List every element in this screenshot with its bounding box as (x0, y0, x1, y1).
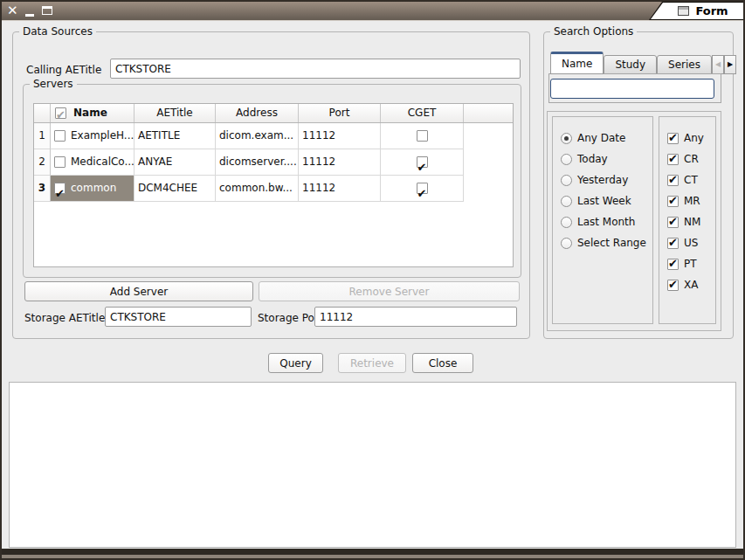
server-cget-checkbox[interactable] (417, 156, 428, 168)
add-server-button[interactable]: Add Server (24, 281, 253, 301)
server-name-cell[interactable]: MedicalCo... (51, 149, 135, 176)
column-header-name[interactable]: Name (51, 104, 135, 122)
modality-option[interactable]: CT (667, 169, 704, 190)
modality-option[interactable]: MR (667, 190, 704, 211)
tab-scroll-left-button[interactable]: ◀ (712, 55, 724, 74)
modality-option[interactable]: Any (667, 128, 704, 149)
storage-port-label: Storage Port (258, 312, 323, 324)
close-button[interactable]: Close (412, 353, 473, 373)
select-all-checkbox[interactable] (55, 107, 66, 119)
tab[interactable]: Series (657, 55, 712, 74)
server-aetitle-cell[interactable]: ANYAE (135, 149, 216, 176)
tab-scroll-right-button[interactable]: ▶ (724, 55, 736, 74)
server-address-cell[interactable]: dicomserver.... (216, 149, 299, 176)
modality-label: CT (684, 174, 698, 186)
server-cget-checkbox[interactable] (417, 183, 428, 194)
server-enabled-checkbox[interactable] (54, 183, 66, 194)
modality-label: PT (684, 258, 697, 270)
server-cget-checkbox[interactable] (417, 130, 428, 142)
column-header-address[interactable]: Address (216, 104, 299, 122)
minimize-icon[interactable] (25, 14, 34, 17)
server-name: ExampleH... (71, 123, 134, 149)
query-results-area[interactable] (9, 382, 736, 548)
date-filter-option[interactable]: Any Date (561, 128, 646, 149)
storage-aetitle-label: Storage AETitle (24, 312, 105, 324)
server-name-cell[interactable]: common (51, 176, 135, 202)
modality-label: NM (684, 216, 700, 228)
modality-label: CR (684, 153, 699, 165)
modality-option[interactable]: US (667, 232, 704, 253)
row-header-corner[interactable] (34, 104, 51, 122)
patient-name-search-input[interactable] (550, 79, 714, 99)
server-cget-cell[interactable] (381, 176, 464, 202)
window-icon (678, 6, 689, 16)
tab[interactable]: Study (604, 55, 657, 74)
row-number[interactable]: 2 (34, 149, 51, 176)
server-port-cell[interactable]: 11112 (299, 176, 381, 202)
radio-icon[interactable] (561, 154, 572, 165)
modality-checkbox[interactable] (667, 238, 679, 249)
server-cget-cell[interactable] (381, 123, 464, 149)
radio-icon[interactable] (561, 196, 572, 207)
calling-aetitle-input[interactable] (110, 59, 521, 79)
radio-icon[interactable] (561, 238, 572, 249)
tab[interactable]: Name (550, 52, 604, 74)
server-row[interactable]: 3 common DCM4CHEE common.bw... 11112 (34, 176, 513, 202)
server-name: common (71, 176, 116, 201)
application-window: ✕ Form Data Sources Calling AETitle Serv… (0, 0, 745, 560)
modality-label: US (684, 237, 698, 249)
modality-checkbox[interactable] (667, 259, 679, 270)
server-row[interactable]: 1 ExampleH... AETITLE dicom.exam... 1111… (34, 123, 513, 149)
server-aetitle-cell[interactable]: AETITLE (135, 123, 216, 149)
radio-icon[interactable] (561, 133, 572, 144)
modality-checkbox[interactable] (667, 217, 679, 228)
modality-option[interactable]: CR (667, 149, 704, 169)
servers-table[interactable]: Name AETitle Address Port CGET 1 Example… (33, 103, 514, 267)
radio-icon[interactable] (561, 175, 572, 186)
server-row[interactable]: 2 MedicalCo... ANYAE dicomserver.... 111… (34, 149, 513, 176)
date-filter-option[interactable]: Last Month (561, 211, 646, 232)
modality-option[interactable]: NM (667, 211, 704, 232)
date-filter-label: Last Month (577, 216, 635, 228)
modality-checkbox[interactable] (667, 280, 679, 291)
storage-port-input[interactable] (314, 307, 517, 327)
modality-checkbox[interactable] (667, 154, 679, 165)
row-number[interactable]: 3 (34, 176, 51, 202)
server-port-cell[interactable]: 11112 (299, 149, 381, 176)
date-filter-label: Last Week (577, 195, 631, 207)
column-header-cget[interactable]: CGET (381, 104, 464, 122)
server-enabled-checkbox[interactable] (54, 156, 66, 168)
modality-option[interactable]: XA (667, 274, 704, 295)
row-number[interactable]: 1 (34, 123, 51, 149)
date-filter-label: Yesterday (577, 174, 628, 186)
date-filter-option[interactable]: Yesterday (561, 169, 646, 190)
column-header-aetitle[interactable]: AETitle (135, 104, 216, 122)
modality-option[interactable]: PT (667, 253, 704, 274)
maximize-icon[interactable] (42, 6, 52, 15)
date-filter-option[interactable]: Select Range (561, 232, 646, 253)
date-filter-option[interactable]: Today (561, 149, 646, 169)
modality-checkbox[interactable] (667, 196, 679, 207)
retrieve-button[interactable]: Retrieve (338, 353, 406, 373)
modality-checkbox[interactable] (667, 133, 679, 144)
server-address-cell[interactable]: common.bw... (216, 176, 299, 202)
date-filter-option[interactable]: Last Week (561, 190, 646, 211)
remove-server-button[interactable]: Remove Server (259, 281, 520, 301)
server-port-cell[interactable]: 11112 (299, 123, 381, 149)
modality-checkbox[interactable] (667, 175, 679, 186)
query-button[interactable]: Query (268, 353, 323, 373)
modality-label: MR (684, 195, 700, 207)
server-address-cell[interactable]: dicom.exam... (216, 123, 299, 149)
server-enabled-checkbox[interactable] (54, 130, 66, 142)
calling-aetitle-label: Calling AETitle (26, 64, 101, 76)
storage-aetitle-input[interactable] (105, 307, 252, 327)
server-name-cell[interactable]: ExampleH... (51, 123, 135, 149)
window-title-tab: Form (649, 2, 743, 20)
close-icon[interactable]: ✕ (7, 3, 18, 18)
column-header-port[interactable]: Port (299, 104, 381, 122)
servers-table-body: 1 ExampleH... AETITLE dicom.exam... 1111… (34, 123, 513, 202)
date-filter-label: Any Date (577, 132, 625, 144)
server-aetitle-cell[interactable]: DCM4CHEE (135, 176, 216, 202)
server-cget-cell[interactable] (381, 149, 464, 176)
radio-icon[interactable] (561, 217, 572, 228)
